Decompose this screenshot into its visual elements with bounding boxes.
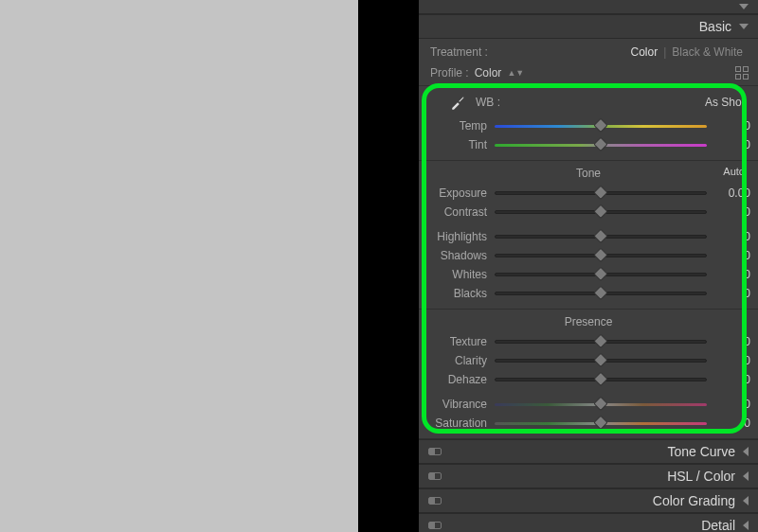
image-canvas[interactable] — [0, 0, 358, 532]
slider-knob[interactable] — [593, 186, 608, 201]
blacks-slider[interactable] — [495, 292, 707, 295]
contrast-slider-row: Contrast 0 — [419, 203, 758, 222]
whites-slider[interactable] — [495, 273, 707, 276]
blacks-slider-row: Blacks 0 — [419, 284, 758, 303]
highlights-label: Highlights — [419, 230, 495, 243]
slider-knob[interactable] — [593, 137, 608, 152]
clarity-value[interactable]: 0 — [707, 354, 750, 367]
shadows-label: Shadows — [419, 249, 495, 262]
whites-slider-row: Whites 0 — [419, 265, 758, 284]
blacks-label: Blacks — [419, 287, 495, 300]
tint-slider[interactable] — [495, 144, 707, 147]
eyedropper-icon[interactable] — [447, 92, 468, 113]
clarity-slider[interactable] — [495, 359, 707, 363]
tone-curve-title: Tone Curve — [667, 444, 735, 459]
treatment-bw-option[interactable]: Black & White — [666, 44, 749, 61]
chevron-left-icon — [743, 471, 749, 481]
wb-preset-dropdown[interactable]: As Shot — [705, 96, 745, 109]
slider-knob[interactable] — [593, 286, 608, 301]
color-grading-title: Color Grading — [653, 493, 735, 508]
shadows-value[interactable]: 0 — [707, 249, 750, 262]
treatment-label: Treatment : — [430, 45, 624, 59]
slider-knob[interactable] — [593, 248, 608, 263]
slider-knob[interactable] — [593, 372, 608, 387]
slider-knob[interactable] — [593, 416, 608, 431]
hsl-color-title: HSL / Color — [667, 469, 735, 484]
profile-label: Profile : — [430, 66, 469, 80]
basic-section-header[interactable]: Basic — [419, 14, 758, 39]
basic-title: Basic — [699, 19, 731, 34]
presence-title-row: Presence — [419, 313, 758, 332]
dehaze-label: Dehaze — [419, 373, 495, 386]
hsl-color-section-header[interactable]: HSL / Color — [419, 464, 758, 488]
toggle-icon[interactable] — [428, 497, 442, 505]
collapsed-section-above[interactable] — [419, 0, 758, 14]
highlights-slider[interactable] — [495, 235, 707, 239]
blacks-value[interactable]: 0 — [707, 287, 750, 300]
texture-slider-row: Texture 0 — [419, 332, 758, 351]
slider-knob[interactable] — [593, 353, 608, 368]
clarity-label: Clarity — [419, 354, 495, 367]
slider-knob[interactable] — [593, 118, 608, 133]
auto-button[interactable]: Auto — [723, 166, 745, 177]
exposure-slider[interactable] — [495, 191, 707, 195]
contrast-label: Contrast — [419, 205, 495, 219]
chevron-left-icon — [743, 521, 749, 530]
detail-title: Detail — [701, 518, 735, 532]
vibrance-label: Vibrance — [419, 398, 495, 411]
treatment-color-option[interactable]: Color — [624, 44, 663, 61]
slider-knob[interactable] — [593, 397, 608, 412]
profile-dropdown[interactable]: Color — [475, 66, 502, 80]
toggle-icon[interactable] — [428, 448, 442, 455]
whites-label: Whites — [419, 268, 495, 281]
saturation-value[interactable]: 0 — [707, 417, 750, 430]
detail-section-header[interactable]: Detail — [419, 513, 758, 532]
toggle-icon[interactable] — [428, 472, 442, 480]
temp-value[interactable]: 0 — [707, 119, 750, 133]
slider-knob[interactable] — [593, 229, 608, 244]
exposure-value[interactable]: 0.00 — [707, 186, 750, 200]
tint-value[interactable]: 0 — [707, 138, 750, 151]
slider-knob[interactable] — [593, 334, 608, 349]
gutter — [358, 0, 419, 532]
tone-title-row: Tone Auto — [419, 165, 758, 184]
profile-browser-icon[interactable] — [735, 66, 749, 80]
clarity-slider-row: Clarity 0 — [419, 351, 758, 370]
slider-knob[interactable] — [593, 267, 608, 282]
chevron-down-icon — [739, 4, 749, 9]
dehaze-slider[interactable] — [495, 378, 707, 381]
chevron-left-icon — [743, 447, 749, 456]
vibrance-slider[interactable] — [495, 403, 707, 406]
highlights-value[interactable]: 0 — [707, 230, 750, 243]
texture-label: Texture — [419, 335, 495, 348]
color-grading-section-header[interactable]: Color Grading — [419, 488, 758, 513]
contrast-value[interactable]: 0 — [707, 205, 750, 219]
temp-label: Temp — [419, 119, 495, 133]
chevron-updown-icon: ▲▼ — [507, 68, 524, 78]
vibrance-value[interactable]: 0 — [707, 398, 750, 411]
tone-curve-section-header[interactable]: Tone Curve — [419, 439, 758, 464]
toggle-icon[interactable] — [428, 522, 442, 529]
exposure-label: Exposure — [419, 186, 495, 200]
develop-panel: Basic Treatment : Color | Black & White … — [419, 0, 758, 532]
shadows-slider-row: Shadows 0 — [419, 246, 758, 265]
saturation-slider[interactable] — [495, 422, 707, 425]
texture-value[interactable]: 0 — [707, 335, 750, 348]
wb-label: WB : — [476, 96, 705, 109]
whites-value[interactable]: 0 — [707, 268, 750, 281]
treatment-row: Treatment : Color | Black & White — [419, 39, 758, 63]
contrast-slider[interactable] — [495, 210, 707, 214]
temp-slider[interactable] — [495, 125, 707, 128]
vibrance-slider-row: Vibrance 0 — [419, 395, 758, 414]
wb-header: WB : As Shot — [419, 90, 758, 116]
dehaze-value[interactable]: 0 — [707, 373, 750, 386]
saturation-slider-row: Saturation 0 — [419, 414, 758, 433]
chevron-down-icon — [739, 24, 749, 29]
tint-label: Tint — [419, 138, 495, 151]
tone-group: Tone Auto Exposure 0.00 Contrast 0 Highl… — [419, 161, 758, 310]
shadows-slider[interactable] — [495, 254, 707, 257]
tint-slider-row: Tint 0 — [419, 135, 758, 154]
dehaze-slider-row: Dehaze 0 — [419, 370, 758, 389]
texture-slider[interactable] — [495, 340, 707, 344]
slider-knob[interactable] — [593, 204, 608, 220]
